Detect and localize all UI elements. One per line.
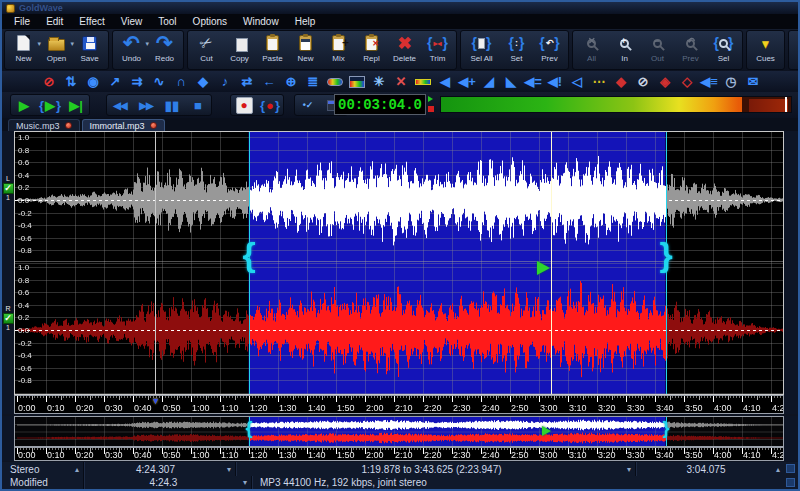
fast-forward-button[interactable]: ▶▶ [133,95,159,115]
selection-cell[interactable]: 1:19.878 to 3:43.625 (2:23.947)▾ [236,462,636,476]
selection-end-handle[interactable]: } [659,235,672,274]
clock-icon[interactable]: ◷ [720,72,742,91]
select-all-button[interactable]: {}Sel All [463,32,500,68]
rainbow-grid-icon[interactable] [346,72,368,91]
menu-window[interactable]: Window [235,15,287,28]
redo-button[interactable]: Redo [148,32,181,68]
overview-axis-canvas[interactable] [14,447,784,461]
prohibit-icon[interactable]: ⊘ [38,72,60,91]
left-channel-checkbox-icon[interactable]: ✓ [3,183,14,194]
length-short-cell[interactable]: 4:24.3▾ [84,476,252,489]
speaker-max-icon[interactable]: ◀! [544,72,566,91]
tab-immortal-mp3[interactable]: Immortal.mp3 [82,119,165,131]
stop-button[interactable]: ■ [185,95,211,115]
speaker-equal-icon[interactable]: ◀= [522,72,544,91]
zoom-selection-button[interactable]: {}Sel [707,32,740,68]
fade-out-icon[interactable]: ◣ [500,72,522,91]
menu-options[interactable]: Options [185,15,235,28]
length-cell[interactable]: 4:24.307▾ [84,462,236,476]
mix-button[interactable]: Mix [322,32,355,68]
exchange-icon[interactable]: ⇄ [236,72,258,91]
menu-help[interactable]: Help [287,15,324,28]
noise-reduction-icon[interactable]: ⊘ [632,72,654,91]
delete-button[interactable]: Delete [388,32,421,68]
pause-button[interactable]: ▮▮ [159,95,185,115]
playback-marker-icon[interactable] [537,261,550,275]
zoom-in-button[interactable]: +In [608,32,641,68]
right-channel-toggle[interactable]: R ✓ 1 [2,305,14,332]
play-button[interactable]: ▶ [11,95,37,115]
overview-playback-marker-icon[interactable] [542,426,551,436]
undo-button[interactable]: ▾Undo [115,32,148,68]
help-button[interactable]: Help [791,32,800,68]
sine-wave-icon[interactable]: ∿ [148,72,170,91]
trim-button[interactable]: {▸◂}Trim [421,32,454,68]
reverse-icon[interactable]: ∩ [170,72,192,91]
record-button[interactable]: ● [231,95,257,115]
save-button[interactable]: Save [73,32,106,68]
selection-start-handle[interactable]: { [242,235,255,274]
overview-selection-end-handle[interactable]: } [662,418,669,439]
cut-button[interactable]: Cut [190,32,223,68]
speaker-icon[interactable]: ◀ [434,72,456,91]
cues-button[interactable]: Cues [749,32,782,68]
volume-arrows-icon[interactable]: ⇅ [60,72,82,91]
down-arrow-icon[interactable]: ▾ [627,465,631,474]
control-properties-button[interactable]: •✓ [295,95,321,115]
left-channel-toggle[interactable]: L ✓ 1 [2,175,14,202]
play-end-button[interactable]: ▶| [63,95,89,115]
replace-button[interactable]: Repl [355,32,388,68]
previous-selection-button[interactable]: {↶}Prev [533,32,566,68]
rewind-button[interactable]: ◀◀ [107,95,133,115]
shape-node-icon[interactable]: ↗ [104,72,126,91]
dotted-node-icon[interactable]: ⋯ [588,72,610,91]
tab-music-mp3[interactable]: Music.mp3 [8,119,80,131]
position-cell[interactable]: 3:04.075▴ [636,462,798,476]
silence-icon[interactable]: ◀≡ [698,72,720,91]
cue-marker-icon[interactable]: ▼ [151,396,160,406]
record-selection-button[interactable]: ● [257,95,283,115]
pop-click-icon[interactable]: ◈ [654,72,676,91]
doppler-icon[interactable]: ♪ [214,72,236,91]
overview-selection-start-handle[interactable]: { [245,418,252,439]
equalizer-icon[interactable]: ≣ [302,72,324,91]
overview-time-axis[interactable] [2,447,798,461]
chat-icon[interactable]: ✉ [742,72,764,91]
title-bar[interactable]: GoldWave [2,2,798,14]
main-axis-canvas[interactable] [14,395,784,414]
red-node-icon[interactable]: ◆ [610,72,632,91]
new-button[interactable]: ▾New [7,32,40,68]
expander-icon[interactable]: ⊕ [280,72,302,91]
copy-button[interactable]: Copy [223,32,256,68]
crossed-node-icon[interactable]: ✕ [390,72,412,91]
right-channel-checkbox-icon[interactable]: ✓ [3,313,14,324]
diamond-icon[interactable]: ◆ [192,72,214,91]
smoother-icon[interactable]: ◇ [676,72,698,91]
channels-cell[interactable]: Stereo▴ [2,462,84,476]
menu-edit[interactable]: Edit [38,15,71,28]
rainbow-pill-icon[interactable] [324,72,346,91]
down-arrow-icon[interactable]: ▾ [227,465,231,474]
pitch-node-icon[interactable]: ◉ [82,72,104,91]
menu-effect[interactable]: Effect [71,15,112,28]
main-time-axis[interactable]: ▼ [2,395,798,414]
zoom-previous-button[interactable]: ↶Prev [674,32,707,68]
menu-tool[interactable]: Tool [150,15,184,28]
zoom-all-button[interactable]: ✕All [575,32,608,68]
menu-view[interactable]: View [113,15,151,28]
play-selection-button[interactable]: ▶ [37,95,63,115]
paste-button[interactable]: Paste [256,32,289,68]
offset-arrow-icon[interactable]: ← [258,72,280,91]
speaker-quiet-icon[interactable]: ◁ [566,72,588,91]
zoom-out-button[interactable]: −Out [641,32,674,68]
branch-arrow-icon[interactable]: ⇉ [126,72,148,91]
overview-strip[interactable]: { } [2,416,798,447]
open-button[interactable]: ▾Open [40,32,73,68]
speaker-plus-icon[interactable]: ◀+ [456,72,478,91]
interpolate-icon[interactable]: ✳ [368,72,390,91]
rainbow-bar-icon[interactable] [412,72,434,91]
paste-new-button[interactable]: New [289,32,322,68]
up-arrow-icon[interactable]: ▴ [75,465,79,474]
fade-in-icon[interactable]: ◢ [478,72,500,91]
menu-file[interactable]: File [6,15,38,28]
